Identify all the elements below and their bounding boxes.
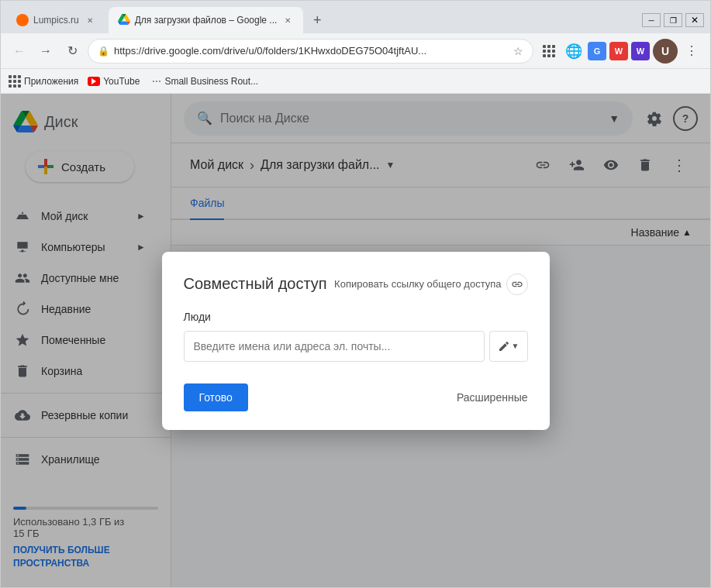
bookmark-youtube-label: YouTube — [103, 76, 140, 87]
share-modal: Совместный доступ Копировать ссылку обще… — [162, 252, 550, 430]
url-text: https://drive.google.com/drive/u/0/folde… — [114, 45, 509, 57]
bookmark-smallbiz[interactable]: ⋯ Small Business Rout... — [149, 74, 261, 88]
tab-lumpics[interactable]: Lumpics.ru ✕ — [7, 7, 105, 33]
done-button[interactable]: Готово — [184, 383, 248, 411]
tab-gdrive-close[interactable]: ✕ — [281, 14, 294, 26]
refresh-button[interactable]: ↻ — [61, 40, 83, 62]
new-tab-button[interactable]: + — [306, 9, 328, 31]
gdrive-favicon — [118, 14, 130, 27]
main-content: Диск Создать Мой диск — [1, 94, 710, 587]
user-avatar[interactable]: U — [653, 39, 678, 64]
people-input-row: ▼ — [184, 331, 528, 362]
modal-title: Совместный доступ — [184, 275, 327, 293]
copy-link-icon — [506, 273, 528, 295]
edit-dropdown-arrow: ▼ — [512, 342, 519, 350]
smallbiz-icon: ⋯ — [152, 76, 161, 87]
nav-icons: 🌐 G W W U ⋮ — [538, 39, 702, 64]
translate-icon[interactable]: 🌐 — [563, 40, 585, 62]
edit-permissions-button[interactable]: ▼ — [489, 331, 528, 362]
restore-button[interactable]: ❐ — [664, 13, 682, 27]
bookmark-star-icon[interactable]: ☆ — [513, 45, 523, 57]
copy-link-label: Копировать ссылку общего доступа — [334, 278, 501, 290]
nav-bar: ← → ↻ 🔒 https://drive.google.com/drive/u… — [1, 33, 710, 69]
extension-1-icon[interactable]: G — [588, 42, 606, 60]
lock-icon: 🔒 — [98, 46, 109, 57]
copy-link-button[interactable]: Копировать ссылку общего доступа — [334, 273, 527, 295]
people-section-label: Люди — [184, 311, 528, 323]
chrome-menu-button[interactable]: ⋮ — [681, 40, 702, 62]
tab-gdrive[interactable]: Для загрузки файлов – Google ... ✕ — [109, 7, 304, 33]
youtube-icon — [88, 77, 100, 86]
back-button[interactable]: ← — [9, 40, 30, 62]
close-button[interactable]: ✕ — [685, 13, 704, 27]
modal-footer: Готово Расширенные — [184, 383, 528, 411]
minimize-button[interactable]: ─ — [642, 13, 661, 27]
extension-3-icon[interactable]: W — [631, 42, 650, 60]
apps-grid-icon — [9, 75, 21, 88]
bookmark-youtube[interactable]: YouTube — [85, 74, 143, 88]
bookmarks-bar: Приложения YouTube ⋯ Small Business Rout… — [1, 69, 710, 94]
address-bar[interactable]: 🔒 https://drive.google.com/drive/u/0/fol… — [88, 39, 533, 64]
tab-lumpics-label: Lumpics.ru — [33, 15, 79, 26]
extension-2-icon[interactable]: W — [609, 42, 628, 60]
tab-lumpics-close[interactable]: ✕ — [84, 14, 96, 26]
extensions-button[interactable] — [538, 40, 560, 62]
bookmark-smallbiz-label: Small Business Rout... — [164, 76, 258, 87]
tab-gdrive-label: Для загрузки файлов – Google ... — [135, 15, 278, 26]
forward-button[interactable]: → — [35, 40, 57, 62]
title-bar: Lumpics.ru ✕ Для загрузки файлов – Googl… — [1, 1, 710, 33]
browser-window: Lumpics.ru ✕ Для загрузки файлов – Googl… — [0, 0, 711, 588]
people-input-field[interactable] — [184, 331, 485, 362]
apps-bookmark[interactable]: Приложения — [9, 75, 78, 88]
window-controls: ─ ❐ ✕ — [642, 13, 704, 27]
modal-overlay: Совместный доступ Копировать ссылку обще… — [1, 94, 710, 587]
apps-label: Приложения — [24, 76, 78, 87]
lumpics-favicon — [16, 14, 29, 26]
advanced-link[interactable]: Расширенные — [457, 391, 528, 404]
modal-header: Совместный доступ Копировать ссылку обще… — [184, 273, 528, 295]
